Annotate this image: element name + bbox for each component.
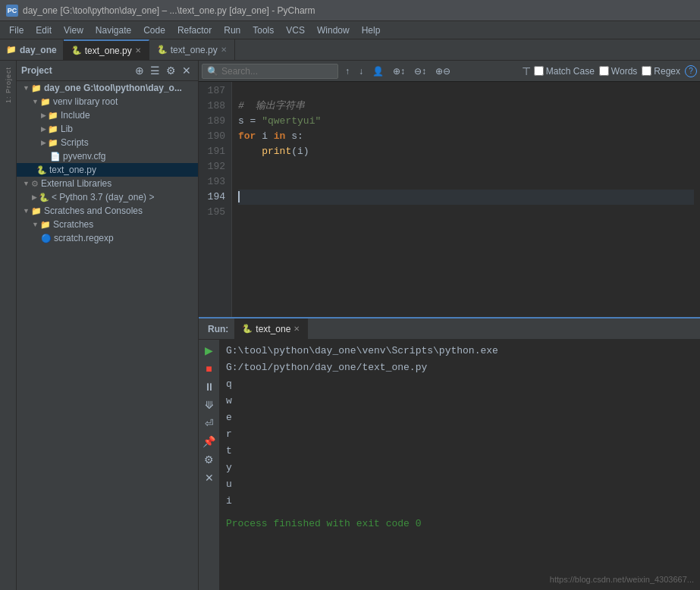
search-options-button[interactable]: ⊕↕ (389, 64, 409, 78)
menu-run[interactable]: Run (218, 23, 246, 38)
menu-view[interactable]: View (58, 23, 89, 38)
run-panel: Run: 🐍 text_one ✕ ▶ ■ ⏸ ⟱ ⏎ 📌 ⚙ ✕ (199, 317, 700, 590)
search-find-usages-button[interactable]: 👤 (369, 64, 388, 78)
tab-label: text_one.py (85, 46, 132, 56)
menu-vcs[interactable]: VCS (280, 23, 311, 38)
tree-item-text-one[interactable]: 🐍 text_one.py (17, 163, 198, 177)
editor-tab-text-one-2[interactable]: 🐍 text_one.py ✕ (149, 39, 235, 60)
tree-label-python37: < Python 3.7 (day_one) > (52, 192, 154, 202)
code-line-194 (238, 190, 694, 205)
run-pause-button[interactable]: ⏸ (202, 379, 216, 394)
tree-item-venv[interactable]: ▼ 📁 venv library root (17, 95, 198, 108)
menu-refactor[interactable]: Refactor (171, 23, 218, 38)
run-process-finished: Process finished with exit code 0 (226, 516, 694, 532)
menu-edit[interactable]: Edit (30, 23, 58, 38)
search-icon: 🔍 (207, 66, 218, 77)
scratches-root-icon: 📁 (31, 206, 42, 216)
menu-tools[interactable]: Tools (246, 23, 280, 38)
run-output-r: r (226, 426, 694, 443)
search-bar: 🔍 ↑ ↓ 👤 ⊕↕ ⊖↕ ⊕⊖ ⊤ Match Case W (199, 61, 700, 82)
tree-item-external-libs[interactable]: ▼ ⚙ External Libraries (17, 177, 198, 190)
code-line-190: for i in s: (238, 129, 694, 144)
search-multiline-button[interactable]: ⊕⊖ (432, 64, 454, 78)
tree-label-pyvenv: pyvenv.cfg (63, 151, 105, 162)
menu-code[interactable]: Code (137, 23, 171, 38)
chevron-down-icon-venv: ▼ (32, 98, 39, 105)
run-scroll-end-button[interactable]: ⟱ (203, 397, 215, 413)
regex-checkbox[interactable] (642, 66, 651, 76)
match-case-checkbox[interactable] (534, 66, 544, 76)
run-output-i: i (226, 493, 694, 510)
tree-item-include[interactable]: ▶ 📁 Include (17, 108, 198, 122)
run-wrap-button[interactable]: ⏎ (203, 416, 215, 431)
run-tab-bar: Run: 🐍 text_one ✕ (199, 319, 700, 340)
regex-label[interactable]: Regex (642, 66, 680, 77)
search-input[interactable] (221, 66, 312, 77)
tree-item-scratches-root[interactable]: ▼ 📁 Scratches and Consoles (17, 204, 198, 218)
run-tab-close-icon[interactable]: ✕ (293, 325, 300, 333)
menu-navigate[interactable]: Navigate (89, 23, 137, 38)
sidebar-collapse-icon[interactable]: ☰ (148, 64, 162, 77)
words-label[interactable]: Words (599, 66, 637, 77)
editor-tab-text-one[interactable]: 🐍 text_one.py ✕ (64, 39, 149, 60)
run-close-button[interactable]: ✕ (203, 470, 215, 485)
left-gutter: 1: Project (0, 61, 17, 590)
regexp-file-icon: 🔵 (41, 234, 52, 243)
tree-item-day-one[interactable]: ▼ 📁 day_one G:\tool\python\day_o... (17, 81, 198, 95)
words-text: Words (611, 66, 637, 77)
cfg-file-icon: 📄 (50, 152, 61, 162)
sidebar-gear-icon[interactable]: ⚙ (164, 64, 178, 77)
menu-help[interactable]: Help (356, 23, 387, 38)
run-pin-button[interactable]: 📌 (201, 434, 217, 449)
tab-close-icon-2[interactable]: ✕ (221, 46, 227, 54)
code-kw-in: in (274, 130, 286, 142)
code-editor[interactable]: 187 188 189 190 191 192 193 194 195 # 输出… (199, 82, 700, 317)
breadcrumb-project[interactable]: day_one (20, 45, 57, 55)
search-nav: ↑ ↓ 👤 ⊕↕ ⊖↕ ⊕⊖ (341, 64, 454, 78)
lib-folder-icon: 📁 (48, 124, 58, 134)
tree-item-lib[interactable]: ▶ 📁 Lib (17, 122, 198, 136)
extlibs-icon: ⚙ (31, 179, 39, 189)
words-checkbox[interactable] (599, 66, 609, 76)
code-kw-for: for (238, 130, 256, 142)
code-content[interactable]: # 输出字符串 s = "qwertyui" for i in s: print… (232, 82, 700, 317)
search-replace-button[interactable]: ⊖↕ (410, 64, 430, 78)
tree-item-scratches[interactable]: ▼ 📁 Scratches (17, 218, 198, 231)
tree-label-scratches: Scratches (53, 219, 93, 230)
run-tab-text-one[interactable]: 🐍 text_one ✕ (234, 319, 308, 340)
venv-folder-icon: 📁 (40, 97, 51, 107)
code-var-s: s (238, 115, 244, 127)
run-play-button[interactable]: ▶ (203, 343, 215, 358)
window-title: day_one [G:\tool\python\day_one] – ...\t… (23, 5, 315, 16)
menu-file[interactable]: File (3, 23, 30, 38)
match-case-label[interactable]: Match Case (534, 66, 595, 77)
scripts-folder-icon: 📁 (48, 138, 58, 148)
run-output: G:\tool\python\day_one\venv\Scripts\pyth… (220, 340, 700, 590)
run-stop-button[interactable]: ■ (204, 361, 213, 376)
line-number-191: 191 (205, 144, 225, 159)
tree-label-include: Include (61, 110, 90, 121)
search-prev-button[interactable]: ↓ (355, 64, 367, 78)
tree-item-pyvenv[interactable]: 📄 pyvenv.cfg (17, 149, 198, 163)
run-command-line: G:\tool\python\day_one\venv\Scripts\pyth… (226, 343, 694, 376)
tab-close-icon[interactable]: ✕ (135, 46, 141, 55)
chevron-right-icon-scripts: ▶ (41, 139, 46, 146)
filter-icon[interactable]: ⊤ (522, 65, 531, 77)
code-str-qwertyui: "qwertyui" (262, 115, 321, 127)
sidebar-add-icon[interactable]: ⊕ (133, 64, 146, 77)
code-fn-print: print (262, 146, 291, 157)
project-panel-toggle[interactable]: 1: Project (5, 64, 12, 106)
run-label: Run: (202, 324, 234, 334)
search-help-button[interactable]: ? (685, 65, 697, 77)
run-settings-button[interactable]: ⚙ (202, 452, 215, 467)
tab-label-2: text_one.py (171, 45, 218, 55)
tree-item-python37[interactable]: ▶ 🐍 < Python 3.7 (day_one) > (17, 190, 198, 204)
tree-label-scratch-regexp: scratch.regexp (54, 233, 114, 243)
search-next-button[interactable]: ↑ (341, 64, 353, 78)
tree-item-scratch-regexp[interactable]: 🔵 scratch.regexp (17, 231, 198, 245)
regex-text: Regex (654, 66, 680, 77)
menu-window[interactable]: Window (311, 23, 356, 38)
tree-item-scripts[interactable]: ▶ 📁 Scripts (17, 136, 198, 149)
sidebar-close-icon[interactable]: ✕ (180, 64, 193, 77)
code-line-192 (238, 159, 694, 174)
